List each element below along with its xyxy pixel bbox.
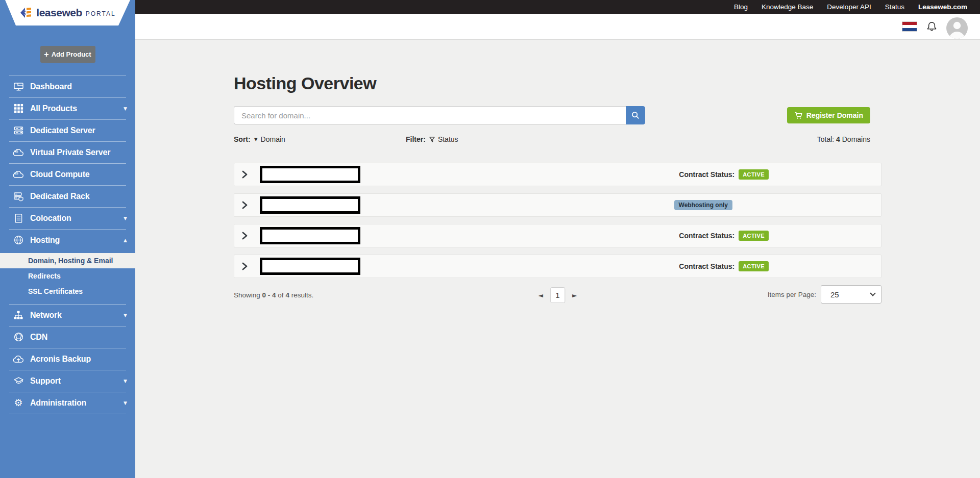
globe-icon — [13, 235, 24, 245]
chevron-down-icon: ▼ — [124, 216, 127, 221]
sort-domain-control[interactable]: ▼ Domain — [254, 135, 285, 143]
results-summary: Showing 0 - 4 of 4 results. — [234, 291, 313, 299]
add-product-button[interactable]: +Add Product — [40, 46, 95, 63]
chevron-down-icon: ▼ — [124, 313, 127, 318]
topbar-link-knowledge-base[interactable]: Knowledge Base — [762, 3, 813, 11]
domain-row[interactable]: Contract Status: ACTIVE — [234, 163, 881, 186]
topbar-link-blog[interactable]: Blog — [734, 3, 748, 11]
sidebar-item-virtual-private-server[interactable]: VS Virtual Private Server — [0, 141, 135, 163]
sidebar-item-dedicated-rack[interactable]: Dedicated Rack — [0, 185, 135, 207]
language-flag-netherlands[interactable] — [902, 21, 917, 32]
sidebar-item-dashboard[interactable]: Dashboard — [0, 76, 135, 97]
status-badge: ACTIVE — [739, 169, 769, 180]
sort-label: Sort: — [234, 135, 251, 143]
contract-status-label: Contract Status: — [679, 232, 734, 240]
main-content: Hosting Overview Register Domain — [135, 40, 980, 478]
brand-logo[interactable]: leaseweb PORTAL — [5, 0, 130, 26]
sidebar-item-support[interactable]: Support ▼ — [0, 370, 135, 392]
sidebar-item-cdn[interactable]: CDN — [0, 326, 135, 348]
sidebar-item-cloud-compute[interactable]: CS Cloud Compute — [0, 163, 135, 185]
domain-row[interactable]: Contract Status: ACTIVE — [234, 255, 881, 278]
nav-divider — [0, 414, 135, 414]
chevron-up-icon: ▲ — [124, 238, 127, 243]
funnel-icon — [429, 136, 435, 143]
register-domain-button[interactable]: Register Domain — [787, 107, 870, 123]
contract-status-label: Contract Status: — [679, 170, 734, 179]
search-button[interactable] — [626, 106, 645, 124]
cdn-globe-icon — [13, 332, 24, 342]
cloud-compute-icon: CS — [13, 170, 24, 179]
graduation-cap-icon — [13, 376, 24, 386]
chevron-down-icon: ▼ — [124, 379, 127, 384]
user-avatar[interactable] — [946, 17, 968, 39]
brand-name: leaseweb — [36, 7, 82, 19]
cart-icon — [794, 111, 802, 119]
redacted-domain-name — [260, 196, 360, 214]
current-page-indicator[interactable]: 1 — [550, 287, 565, 303]
page-header — [135, 14, 980, 40]
domain-row[interactable]: Webhosting only — [234, 193, 881, 217]
topbar-link-leaseweb-com[interactable]: Leaseweb.com — [918, 3, 967, 11]
svg-text:VS: VS — [14, 149, 18, 153]
cloud-upload-icon — [13, 355, 24, 364]
webhosting-only-badge: Webhosting only — [674, 200, 732, 210]
svg-text:CS: CS — [14, 171, 18, 175]
redacted-domain-name — [260, 166, 360, 183]
next-page-arrow[interactable]: ► — [572, 292, 577, 299]
status-badge: ACTIVE — [739, 261, 769, 271]
domain-list: Contract Status: ACTIVE Webhosting only — [234, 163, 881, 278]
sidebar-item-all-products[interactable]: All Products ▼ — [0, 97, 135, 119]
topbar-link-developer-api[interactable]: Developer API — [827, 3, 871, 11]
caret-down-icon: ▼ — [254, 137, 258, 142]
status-badge: ACTIVE — [739, 231, 769, 241]
filter-label: Filter: — [406, 135, 426, 143]
search-input[interactable] — [234, 106, 626, 124]
vps-cloud-icon: VS — [13, 148, 24, 157]
chevron-right-icon[interactable] — [241, 170, 248, 179]
chevron-right-icon[interactable] — [241, 262, 248, 270]
redacted-domain-name — [260, 227, 360, 244]
server-icon — [13, 125, 24, 136]
filter-status-control[interactable]: Status — [429, 135, 458, 143]
sidebar-item-ssl-certificates[interactable]: SSL Certificates — [0, 284, 135, 299]
top-utility-bar: Blog Knowledge Base Developer API Status… — [0, 0, 980, 14]
plus-icon: + — [44, 51, 48, 59]
redacted-domain-name — [260, 258, 360, 275]
brand-suffix: PORTAL — [86, 10, 116, 17]
chevron-right-icon[interactable] — [241, 201, 248, 209]
domain-row[interactable]: Contract Status: ACTIVE — [234, 224, 881, 247]
items-per-page-select[interactable]: 25 — [821, 285, 881, 304]
topbar-link-status[interactable]: Status — [885, 3, 904, 11]
sidebar-item-network[interactable]: Network ▼ — [0, 304, 135, 326]
domain-search-group — [234, 106, 645, 124]
sidebar: leaseweb PORTAL +Add Product Dashboard — [0, 0, 135, 478]
total-domains: Total: 4 Domains — [817, 135, 870, 143]
items-per-page-label: Items per Page: — [768, 291, 816, 298]
previous-page-arrow[interactable]: ◄ — [538, 292, 543, 299]
sidebar-item-colocation[interactable]: Colocation ▼ — [0, 207, 135, 229]
rack-shield-icon — [13, 191, 24, 202]
grid-icon — [13, 104, 24, 113]
sidebar-item-hosting[interactable]: Hosting ▲ — [0, 229, 135, 251]
pagination: ◄ 1 ► — [538, 287, 577, 303]
leaseweb-logo-icon — [19, 7, 33, 18]
network-icon — [13, 310, 24, 320]
gear-icon: ⚙ — [13, 398, 24, 408]
colocation-icon — [13, 213, 24, 223]
chevron-down-icon: ▼ — [124, 106, 127, 111]
hosting-submenu: Domain, Hosting & Email Redirects SSL Ce… — [0, 251, 135, 304]
dashboard-icon — [13, 82, 24, 92]
notification-bell-icon[interactable] — [926, 21, 938, 32]
sidebar-item-domain-hosting-email[interactable]: Domain, Hosting & Email — [0, 253, 135, 268]
chevron-right-icon[interactable] — [241, 232, 248, 240]
sidebar-item-redirects[interactable]: Redirects — [0, 268, 135, 284]
sidebar-item-dedicated-server[interactable]: Dedicated Server — [0, 119, 135, 141]
sidebar-item-acronis-backup[interactable]: Acronis Backup — [0, 348, 135, 370]
sidebar-nav: Dashboard All Products ▼ Dedic — [0, 76, 135, 414]
sidebar-item-administration[interactable]: ⚙ Administration ▼ — [0, 392, 135, 414]
chevron-down-icon: ▼ — [124, 400, 127, 406]
search-icon — [631, 111, 640, 119]
contract-status-label: Contract Status: — [679, 262, 734, 270]
page-title: Hosting Overview — [234, 73, 881, 93]
